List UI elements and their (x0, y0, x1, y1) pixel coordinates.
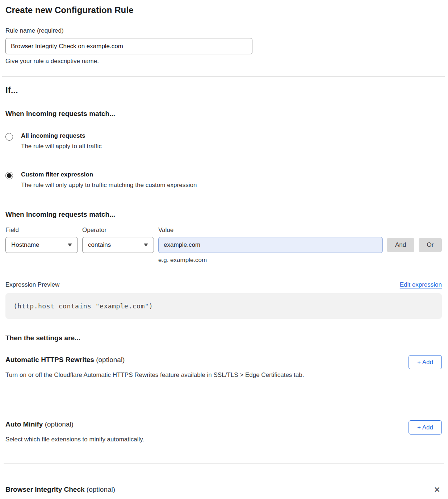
setting-automatic-https-rewrites: Automatic HTTPS Rewrites (optional) Turn… (5, 342, 442, 400)
when-match-heading: When incoming requests match... (5, 110, 442, 118)
edit-expression-link[interactable]: Edit expression (400, 281, 442, 288)
section-divider (2, 76, 445, 76)
expression-builder-heading: When incoming requests match... (5, 211, 442, 219)
radio-unselected-icon[interactable] (5, 133, 13, 141)
setting-auto-minify: Auto Minify (optional) Select which file… (5, 400, 442, 463)
chevron-down-icon (68, 244, 72, 246)
setting-optional-tag: (optional) (96, 356, 125, 363)
rule-name-help: Give your rule a descriptive name. (5, 58, 442, 65)
radio-option-description: The rule will apply to all traffic (21, 143, 102, 150)
rule-name-label: Rule name (required) (5, 27, 442, 34)
field-select[interactable]: Hostname (5, 237, 78, 253)
radio-option-label: Custom filter expression (21, 171, 197, 178)
add-automatic-https-rewrites-button[interactable]: + Add (409, 355, 442, 369)
expression-code: (http.host contains "example.com") (13, 302, 153, 310)
close-icon[interactable]: ✕ (432, 486, 442, 494)
value-help: e.g. example.com (158, 257, 383, 264)
operator-select-value: contains (88, 241, 111, 249)
chevron-down-icon (144, 244, 148, 246)
expression-preview-label: Expression Preview (5, 281, 59, 288)
radio-option-description: The rule will only apply to traffic matc… (21, 182, 197, 189)
radio-option-label: All incoming requests (21, 132, 102, 140)
value-label: Value (158, 226, 383, 234)
then-settings-heading: Then the settings are... (5, 334, 442, 342)
or-button[interactable]: Or (419, 238, 442, 252)
page-title: Create new Configuration Rule (5, 5, 442, 15)
and-button[interactable]: And (387, 238, 414, 252)
operator-select[interactable]: contains (82, 237, 154, 253)
radio-custom-filter-expression[interactable]: Custom filter expression The rule will o… (5, 171, 442, 189)
if-heading: If... (5, 85, 442, 95)
setting-optional-tag: (optional) (87, 486, 115, 493)
setting-optional-tag: (optional) (45, 420, 74, 428)
create-configuration-rule-page: Create new Configuration Rule Rule name … (0, 0, 448, 499)
setting-title: Auto Minify (5, 420, 43, 428)
expression-builder-row: Field Hostname Operator contains Value e… (5, 226, 442, 264)
setting-browser-integrity-check: Browser Integrity Check (optional) Turn … (5, 464, 442, 499)
radio-selected-icon[interactable] (5, 172, 13, 179)
add-auto-minify-button[interactable]: + Add (409, 420, 442, 434)
operator-label: Operator (82, 226, 154, 234)
radio-all-incoming-requests[interactable]: All incoming requests The rule will appl… (5, 132, 442, 150)
setting-title: Automatic HTTPS Rewrites (5, 356, 94, 363)
field-select-value: Hostname (11, 241, 39, 249)
setting-description: Turn on or off the Cloudflare Automatic … (5, 371, 304, 379)
setting-title: Browser Integrity Check (5, 486, 85, 493)
rule-name-input[interactable] (5, 38, 252, 54)
expression-preview-box: (http.host contains "example.com") (5, 293, 442, 319)
field-label: Field (5, 226, 78, 234)
setting-description: Select which file extensions to minify a… (5, 436, 144, 443)
value-input[interactable] (158, 237, 383, 253)
